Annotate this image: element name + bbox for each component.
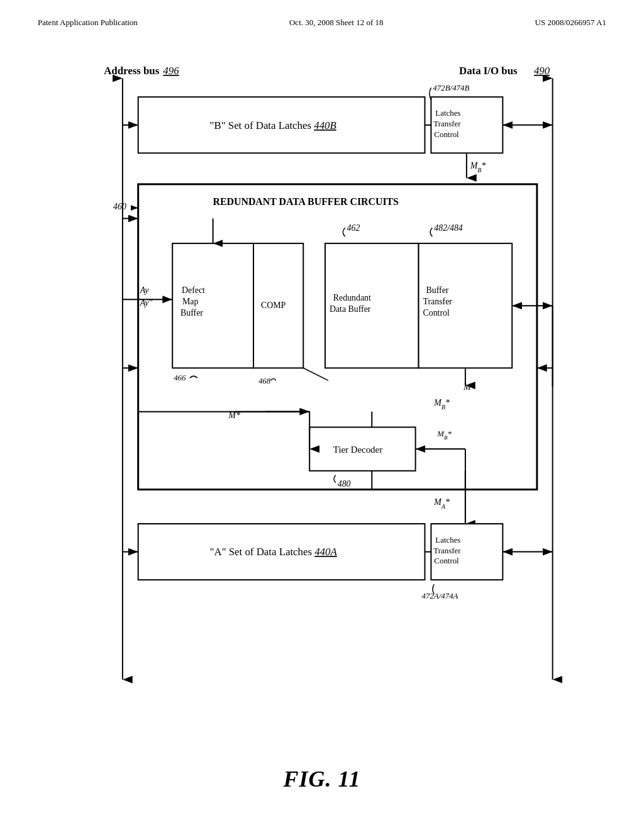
fig-caption-text: FIG. 11 [283,766,360,792]
address-bus-label: Address bus [104,65,160,77]
ay-label: Ay [140,285,150,295]
latches-transfer-control-b-text1: Latches [435,109,460,118]
m-label: M [463,382,472,392]
data-io-bus-label: Data I/O bus [459,65,518,77]
latches-transfer-control-a-text1: Latches [435,536,460,545]
buffer-transfer-ctrl-text2: Transfer [423,297,453,306]
address-bus-num: 496 [163,65,179,77]
defect-map-text3: Buffer [180,308,203,318]
ma-star-label: MA* [433,497,450,510]
redundant-data-buffer-text2: Data Buffer [330,304,371,314]
latches-transfer-control-a-text2: Transfer [433,546,461,555]
circuit-diagram: Address bus 496 Data I/O bus 490 472B/47… [38,44,606,729]
buffer-transfer-ctrl-text3: Control [423,308,450,318]
redundant-circuits-title: REDUNDANT DATA BUFFER CIRCUITS [213,196,399,207]
comp-text: COMP [261,301,286,310]
header-middle: Oct. 30, 2008 Sheet 12 of 18 [289,18,383,28]
num-480: 480 [338,479,351,489]
num-468: 468 [258,377,271,385]
data-io-bus-num: 490 [534,65,550,77]
page-header: Patent Application Publication Oct. 30, … [0,0,644,34]
redundant-data-buffer-text1: Redundant [333,293,371,302]
buffer-transfer-ctrl-text1: Buffer [426,285,448,295]
latches-transfer-control-b-text2: Transfer [433,119,461,128]
a-set-latches-text: "A" Set of Data Latches 440A [210,546,338,558]
latches-transfer-control-b-text3: Control [434,130,459,139]
header-left: Patent Application Publication [38,18,138,28]
num-466: 466 [174,374,186,382]
num-472a-474a: 472A/474A [422,592,458,600]
mb-star-label: MB* [470,161,486,174]
latches-transfer-control-a-text3: Control [434,556,459,565]
num-472b-474b: 472B/474B [433,84,469,92]
num-462: 462 [347,223,360,233]
defect-map-text2: Map [182,297,198,306]
tier-decoder-text: Tier Decoder [333,445,382,455]
diagram-area: Address bus 496 Data I/O bus 490 472B/47… [38,44,606,729]
num-460: 460 [113,202,126,211]
num-482-484: 482/484 [434,223,462,233]
header-right: US 2008/0266957 A1 [535,18,606,28]
defect-map-text1: Defect [182,285,205,295]
figure-caption: FIG. 11 [283,766,360,792]
b-set-latches-text: "B" Set of Data Latches 440B [210,119,336,131]
